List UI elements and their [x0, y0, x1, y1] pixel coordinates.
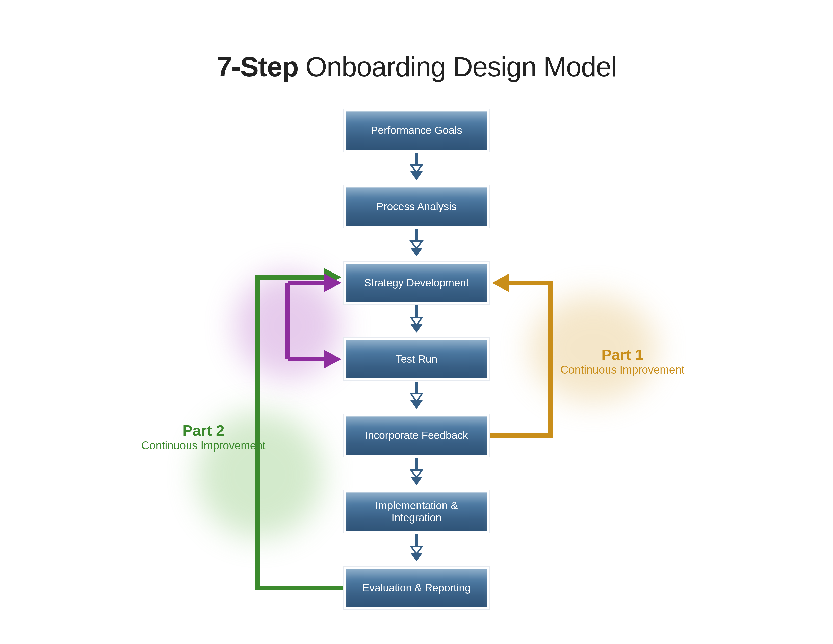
svg-marker-2: [410, 171, 423, 180]
step-implementation-integration: Implementation & Integration: [343, 490, 490, 533]
down-arrow-icon: [409, 153, 424, 180]
loop-part2-subtitle: Continuous Improvement: [142, 439, 265, 452]
loop-part1-label: Part 1 Continuous Improvement: [560, 346, 685, 376]
svg-marker-21: [323, 349, 341, 369]
svg-marker-20: [323, 273, 341, 293]
step-strategy-development: Strategy Development: [343, 261, 490, 304]
loop-part2-title: Part 2: [142, 422, 265, 439]
step-incorporate-feedback: Incorporate Feedback: [343, 414, 490, 457]
loop-purple: [273, 270, 346, 376]
svg-marker-13: [411, 470, 422, 478]
step-evaluation-reporting: Evaluation & Reporting: [343, 566, 490, 610]
svg-marker-16: [411, 546, 422, 554]
title-bold: 7-Step: [217, 51, 298, 82]
svg-marker-1: [411, 165, 422, 172]
down-arrow-icon: [409, 229, 424, 257]
svg-marker-5: [410, 248, 423, 256]
loop-part1: [490, 260, 571, 452]
svg-marker-18: [492, 273, 510, 293]
svg-marker-8: [410, 324, 423, 333]
svg-marker-14: [410, 477, 423, 485]
svg-marker-17: [410, 553, 423, 562]
step-test-run: Test Run: [343, 337, 490, 381]
down-arrow-icon: [409, 382, 424, 409]
step-performance-goals: Performance Goals: [343, 109, 490, 152]
step-label: Implementation & Integration: [346, 493, 487, 531]
svg-marker-7: [411, 317, 422, 325]
svg-marker-10: [411, 394, 422, 401]
step-label: Test Run: [346, 340, 487, 378]
step-process-analysis: Process Analysis: [343, 185, 490, 228]
down-arrow-icon: [409, 534, 424, 562]
flow-diagram: Performance Goals Process Analysis Strat…: [0, 109, 833, 626]
loop-part2-label: Part 2 Continuous Improvement: [142, 422, 265, 452]
down-arrow-icon: [409, 305, 424, 333]
svg-marker-11: [410, 400, 423, 409]
title-rest: Onboarding Design Model: [298, 51, 617, 82]
diagram-title: 7-Step Onboarding Design Model: [0, 50, 833, 82]
down-arrow-icon: [409, 458, 424, 486]
step-label: Strategy Development: [346, 264, 487, 302]
step-label: Evaluation & Reporting: [346, 569, 487, 607]
step-label: Performance Goals: [346, 111, 487, 150]
step-label: Incorporate Feedback: [346, 416, 487, 455]
loop-part1-title: Part 1: [560, 346, 685, 364]
loop-part1-subtitle: Continuous Improvement: [560, 364, 685, 376]
step-label: Process Analysis: [346, 187, 487, 226]
svg-marker-4: [411, 241, 422, 249]
